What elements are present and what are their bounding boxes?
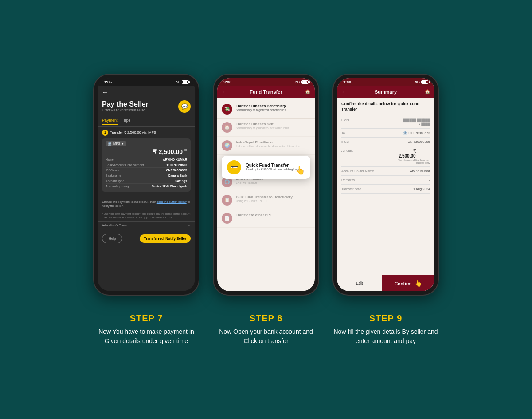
list-item-1[interactable]: 🏠 Transfer Funds to Self Send money to y… xyxy=(217,119,315,137)
quick-fund-popup[interactable]: 💳 Quick Fund Transfer Send upto ₹10,000 … xyxy=(222,156,310,179)
click-button-link[interactable]: click the button below xyxy=(157,200,187,203)
list-item-2[interactable]: 🌍 Indo-Nepal Remittance Indo Nepal trans… xyxy=(217,137,315,155)
tab-tips[interactable]: Tips xyxy=(123,118,131,125)
list-title-6: Transfer to other PPF xyxy=(236,213,272,217)
payment-info: 1 Transfer ₹ 2,500.00 via IMPS 🏦 IMPS ▼ xyxy=(98,127,195,197)
notify-seller-button[interactable]: Transferred, Notify Seller xyxy=(140,234,191,243)
phone2-signal-info: 5G xyxy=(295,80,309,84)
list-icon-0: 💸 xyxy=(222,104,232,115)
list-item-6[interactable]: 📄 Transfer to other PPF xyxy=(217,210,315,228)
summary-row-amount: Amount ₹ 2,500.00 Two thousand five hund… xyxy=(341,146,430,167)
label-holder: Account Holder Name xyxy=(341,169,374,173)
tab-payment[interactable]: Payment xyxy=(102,118,118,125)
phones-row: 3:05 5G ← Pay the Seller Order will be c… xyxy=(93,74,439,296)
phone1-battery-icon xyxy=(182,80,189,84)
imps-icon: 🏦 xyxy=(108,142,112,146)
summary-row-holder: Account Holder Name Arvind Kumar xyxy=(341,167,430,176)
fine-print: * Use your own payment account and ensur… xyxy=(98,211,195,221)
step7-block: STEP 7 Now You have to make payment in G… xyxy=(93,313,200,346)
label-ifsc: IFSC code xyxy=(106,169,120,172)
list-sub-1: Send money to your accounts within PNB xyxy=(236,126,289,130)
list-sub-0: Send money to registered beneficiaries xyxy=(236,108,286,111)
label-bank: Bank name xyxy=(106,174,121,177)
payment-tabs: Payment Tips xyxy=(98,116,195,127)
advertiser-label: Advertiser's Terms xyxy=(102,224,127,227)
summary-row-ifsc: IFSC CNRB0000385 xyxy=(341,138,430,146)
value-name: ARVIND KUMAR xyxy=(163,158,187,161)
list-icon-1: 🏠 xyxy=(222,122,232,133)
help-button[interactable]: Help xyxy=(102,234,122,243)
phone3-back-icon[interactable]: ← xyxy=(341,89,347,95)
value-from: ██████ ██████● ████ xyxy=(403,118,430,126)
chevron-right-icon: ▼ xyxy=(188,224,191,227)
imps-badge: 🏦 IMPS ▼ xyxy=(106,141,126,146)
phone3-home-icon[interactable]: 🏠 xyxy=(425,89,430,94)
steps-row: STEP 7 Now You have to make payment in G… xyxy=(93,313,439,346)
label-to: To xyxy=(341,131,345,135)
list-sub-5: Using WIB, IMPS, NEFT xyxy=(236,199,293,202)
phone1-status-bar: 3:05 5G xyxy=(98,78,195,86)
value-amount-block: ₹ 2,500.00 Two thousand five hundredrupe… xyxy=(398,149,430,164)
value-amount2: ₹ 2,500.00 xyxy=(398,149,416,158)
phone3-signal-info: 5G xyxy=(415,80,428,84)
imps-label: IMPS xyxy=(113,142,120,145)
step9-title: STEP 9 xyxy=(332,313,439,324)
step-number: 1 xyxy=(102,130,108,136)
imps-header: 🏦 IMPS ▼ xyxy=(106,141,187,146)
step7-title: STEP 7 xyxy=(93,313,200,324)
detail-row-address: Account opening... Sector 17-C Chandigar… xyxy=(106,184,187,189)
label-from: From xyxy=(341,118,349,122)
phone2-home-icon[interactable]: 🏠 xyxy=(305,89,310,94)
phone1-footer: Help Transferred, Notify Seller xyxy=(98,230,195,247)
phone1-signal: 5G xyxy=(176,80,180,84)
value-amount-sub: Two thousand five hundredrupees only xyxy=(398,159,430,164)
value-to: 🏦 110078868673 xyxy=(403,131,430,135)
qft-sub: Send upto ₹10,000 without adding bene... xyxy=(246,168,303,171)
phone1-header: ← xyxy=(98,86,195,99)
list-title-5: Bulk Fund Transfer to Beneficiary xyxy=(236,195,293,199)
confirm-label: Confirm xyxy=(395,281,411,286)
back-arrow-icon[interactable]: ← xyxy=(102,89,108,96)
list-title-0: Transfer Funds to Beneficiary xyxy=(236,104,286,108)
chat-button[interactable]: 💬 xyxy=(178,100,191,113)
edit-button[interactable]: Edit xyxy=(337,275,382,291)
list-title-1: Transfer Funds to Self xyxy=(236,122,289,126)
phone3-topbar: ← Summary 🏠 xyxy=(337,86,434,98)
list-item-0[interactable]: 💸 Transfer Funds to Beneficiary Send mon… xyxy=(217,100,315,119)
label-remarks: Remarks xyxy=(341,178,355,182)
imps-box: 🏦 IMPS ▼ ₹ 2,500.00 ⧉ Name ARVI xyxy=(102,138,191,192)
detail-row-ifsc: IFSC code CNRB0000385 xyxy=(106,168,187,173)
phone3-topbar-title: Summary xyxy=(375,89,397,95)
summary-row-to: To 🏦 110078868673 xyxy=(341,129,430,138)
phone2-battery xyxy=(301,80,309,84)
phone2-time: 3:06 xyxy=(223,80,231,84)
phone1-title: Pay the Seller xyxy=(102,100,149,108)
detail-row-actype: Account Type Savings xyxy=(106,178,187,184)
step8-title: STEP 8 xyxy=(213,313,319,324)
phone2-back-icon[interactable]: ← xyxy=(222,89,227,95)
list-text-0: Transfer Funds to Beneficiary Send money… xyxy=(236,104,286,111)
list-text-5: Bulk Fund Transfer to Beneficiary Using … xyxy=(236,195,293,202)
phone1-container: 3:05 5G ← Pay the Seller Order will be c… xyxy=(93,74,200,296)
value-remarks: - xyxy=(429,178,430,182)
list-text-6: Transfer to other PPF xyxy=(236,213,272,217)
summary-row-remarks: Remarks - xyxy=(341,176,430,185)
confirm-button[interactable]: Confirm 👆 xyxy=(382,275,434,291)
phone3-time: 3:08 xyxy=(343,80,351,84)
list-item-5[interactable]: 📋 Bulk Fund Transfer to Beneficiary Usin… xyxy=(217,191,315,210)
phone3-footer: Edit Confirm 👆 xyxy=(337,275,434,291)
value-address: Sector 17-C Chandigarh xyxy=(152,185,187,188)
qft-icon: 💳 xyxy=(227,160,241,174)
phone3-frame: 3:08 5G ← Summary 🏠 Confirm the details … xyxy=(332,74,439,296)
label-ifsc2: IFSC xyxy=(341,140,349,144)
list-text-1: Transfer Funds to Self Send money to you… xyxy=(236,122,289,130)
copy-icon[interactable]: ⧉ xyxy=(184,148,187,155)
list-icon-2: 🌍 xyxy=(222,140,232,151)
detail-row-account: Bank Account/Card Number 110078868673 xyxy=(106,162,187,168)
value-date: 1 Aug 2024 xyxy=(413,187,430,191)
amount-row: ₹ 2,500.00 ⧉ xyxy=(106,148,187,155)
qft-text: Quick Fund Transfer Send upto ₹10,000 wi… xyxy=(246,163,303,171)
summary-row-date: Transfer date 1 Aug 2024 xyxy=(341,185,430,194)
step8-block: STEP 8 Now Open your bank account and Cl… xyxy=(213,313,319,346)
value-ifsc: CNRB0000385 xyxy=(166,169,187,172)
